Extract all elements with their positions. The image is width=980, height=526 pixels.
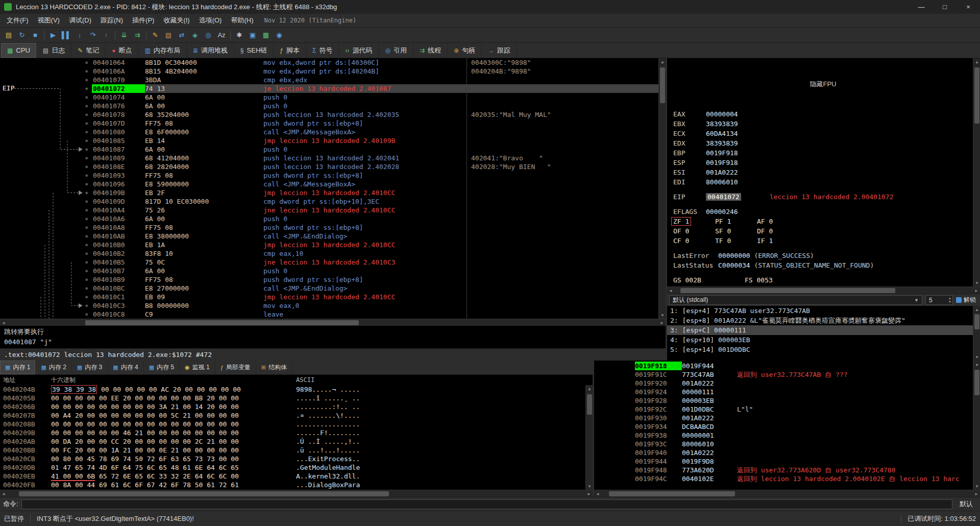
stack-value[interactable]: 80006010 <box>682 440 737 448</box>
tab-locals[interactable]: ƒ局部变量 <box>215 361 256 374</box>
breakpoint-dot[interactable]: ● <box>0 241 92 249</box>
flag-sf[interactable]: SF 0 <box>715 226 757 236</box>
spin-down-icon[interactable]: ▼ <box>948 300 951 304</box>
command-profile[interactable]: 默认 <box>955 499 977 509</box>
dump-row[interactable]: 004020DB01 47 65 74 4D 6F 64 75 6C 65 48… <box>0 463 585 472</box>
scroll-up-icon[interactable]: ▲ <box>973 361 980 368</box>
unlock-checkbox[interactable]: 解锁 <box>956 296 978 304</box>
scrollbar-thumb[interactable] <box>587 394 592 415</box>
disasm-row[interactable]: ●004010648B1D 0C304000mov ebx,dword ptr … <box>0 58 658 67</box>
disasm-row[interactable]: ●004010703BDAcmp ebx,edx <box>0 76 658 84</box>
scroll-right-icon[interactable]: ► <box>658 319 666 326</box>
tab-dump-1[interactable]: ▦内存 1 <box>0 361 36 374</box>
scroll-right-icon[interactable]: ► <box>973 490 980 497</box>
execute-till-return-icon[interactable]: ↑ <box>100 29 112 41</box>
flag-df[interactable]: DF 0 <box>757 226 799 236</box>
dump-horizontal-scrollbar[interactable]: ◄ ► <box>0 490 593 497</box>
stack-horizontal-scrollbar[interactable]: ◄ ► <box>594 490 980 497</box>
stop-icon[interactable]: ■ <box>29 29 41 41</box>
arguments-vertical-scrollbar[interactable]: ▲ ▼ <box>973 306 980 361</box>
scrollbar-thumb[interactable] <box>660 67 665 103</box>
stack-value[interactable]: 773A620D <box>682 466 737 474</box>
flag-pf[interactable]: PF 1 <box>715 217 757 226</box>
disasm-row[interactable]: ●00401080E8 6F000000call <JMP.&MessageBo… <box>0 128 658 136</box>
disasm-row[interactable]: ●004010746A 00push 0 <box>0 93 658 102</box>
scrollbar-thumb[interactable] <box>85 320 359 325</box>
disasm-row[interactable]: ●004010766A 00push 0 <box>0 102 658 110</box>
stack-row[interactable]: 0019F928000003EB <box>594 396 973 405</box>
eip-value[interactable]: 00401072 <box>706 193 741 201</box>
disasm-row[interactable]: ●0040109BEB 2Fjmp leccion 13 hardcoded 2… <box>0 188 658 197</box>
breakpoint-dot[interactable]: ● <box>0 93 92 102</box>
scrollbar-thumb[interactable] <box>974 370 979 395</box>
scroll-left-icon[interactable]: ◄ <box>594 490 601 497</box>
scroll-left-icon[interactable]: ◄ <box>0 319 7 326</box>
scroll-left-icon[interactable]: ◄ <box>667 287 674 294</box>
tab-memory-map[interactable]: ▥内存布局 <box>138 43 186 58</box>
disasm-row[interactable]: ●004010A8FF75 08push dword ptr ss:[ebp+8… <box>0 223 658 232</box>
breakpoint-dot[interactable]: ● <box>0 67 92 76</box>
disasm-row[interactable]: ●0040107868 35204000push leccion 13 hard… <box>0 110 658 119</box>
breakpoint-dot[interactable]: ● <box>0 76 92 84</box>
scrollbar-thumb[interactable] <box>680 288 895 293</box>
register-value[interactable]: 38393839 <box>706 139 738 147</box>
disasm-row[interactable]: ●0040106A8B15 4B204000mov edx,dword ptr … <box>0 67 658 76</box>
disasm-row[interactable]: ●004010C1EB 09jmp leccion 13 hardcoded 2… <box>0 293 658 301</box>
stack-row[interactable]: 0019F930001A0222 <box>594 414 973 422</box>
breakpoint-dot[interactable]: ● <box>0 214 92 223</box>
register-value[interactable]: 0019F918 <box>706 149 738 157</box>
dump-row[interactable]: 0040205B00 00 00 00 00 EE 20 00 00 00 00… <box>0 394 585 402</box>
register-value[interactable]: 001A0222 <box>706 169 738 176</box>
tab-handles[interactable]: ⊕句柄 <box>448 43 482 58</box>
tab-symbols[interactable]: Σ符号 <box>306 43 339 58</box>
stack-value[interactable]: 0019F9D8 <box>682 457 737 466</box>
pause-icon[interactable]: ▌▌ <box>60 29 72 41</box>
breakpoint-dot[interactable]: ● <box>0 267 92 275</box>
breakpoint-dot[interactable]: ● <box>0 145 92 154</box>
flag-af[interactable]: AF 0 <box>757 217 799 226</box>
trace-over-icon[interactable]: ⇉ <box>131 29 143 41</box>
menu-item[interactable]: 帮助(H) <box>226 14 258 27</box>
stack-value[interactable]: 001D0DBC <box>682 405 737 414</box>
flag-zf[interactable]: ZF 1 <box>673 217 715 226</box>
stack-row[interactable]: 0019F940001A0222 <box>594 448 973 457</box>
dump-row[interactable]: 004020BB00 FC 20 00 00 1A 21 00 00 0E 21… <box>0 446 585 455</box>
hide-fpu-button[interactable]: 隐藏FPU <box>673 79 973 90</box>
breakpoint-dot[interactable]: ● <box>0 119 92 128</box>
breakpoint-dot[interactable]: ● <box>0 301 92 310</box>
stack-row[interactable]: 0019F920001A0222 <box>594 379 973 388</box>
disasm-row[interactable]: ●004010B575 0Cjne leccion 13 hardcoded 2… <box>0 258 658 267</box>
disasm-row[interactable]: ●004010B283F8 10cmp eax,10 <box>0 249 658 258</box>
eflags-value[interactable]: 00000246 <box>706 208 738 216</box>
stack-vertical-scrollbar[interactable]: ▲ ▼ <box>973 361 980 490</box>
menu-item[interactable]: 插件(P) <box>128 14 159 27</box>
scroll-up-icon[interactable]: ▲ <box>586 385 593 392</box>
stack-row[interactable]: 0019F94C0040102E返回到 leccion 13 hardcoded… <box>594 474 973 483</box>
tab-references[interactable]: ◎引用 <box>379 43 413 58</box>
tab-script[interactable]: ƒ脚本 <box>274 43 306 58</box>
tab-trace[interactable]: →跟踪 <box>482 43 517 58</box>
tab-log[interactable]: ▤日志 <box>37 43 71 58</box>
disasm-row[interactable]: ●0040107DFF75 08push dword ptr ss:[ebp+8… <box>0 119 658 128</box>
step-over-icon[interactable]: ↷ <box>87 29 99 41</box>
register-value[interactable]: 80006010 <box>706 178 738 186</box>
stack-row[interactable]: 0019F9180019F944 <box>594 362 973 370</box>
breakpoint-dot[interactable]: ● <box>0 223 92 232</box>
breakpoint-dot[interactable]: ● <box>0 284 92 293</box>
breakpoint-dot[interactable]: ● <box>0 128 92 136</box>
stack-value[interactable]: 773C47AB <box>682 370 737 379</box>
minimize-button[interactable]: — <box>910 0 933 14</box>
preferences-icon[interactable]: ✱ <box>233 29 246 41</box>
register-value[interactable]: 00000004 <box>706 110 738 118</box>
disasm-row[interactable]: ●0040107274 13je leccion 13 hardcoded 2.… <box>0 84 658 93</box>
disasm-row[interactable]: ●004010A475 26jne leccion 13 hardcoded 2… <box>0 206 658 214</box>
stack-value[interactable]: 000003EB <box>682 396 737 405</box>
tab-cpu[interactable]: ▦CPU <box>1 43 37 58</box>
scrollbar-thumb[interactable] <box>974 67 979 124</box>
argument-row[interactable]: 4: [esp+10] 000003EB <box>667 335 973 345</box>
menu-item[interactable]: 选项(O) <box>194 14 227 27</box>
dump-row[interactable]: 004020CB00 80 00 45 78 69 74 50 72 6F 63… <box>0 455 585 463</box>
argument-row[interactable]: 3: [esp+C] 00000111 <box>667 325 973 335</box>
disasm-row[interactable]: ●004010ABE8 38000000call <JMP.&EndDialog… <box>0 232 658 241</box>
disasm-row[interactable]: ●004010A66A 00push 0 <box>0 214 658 223</box>
